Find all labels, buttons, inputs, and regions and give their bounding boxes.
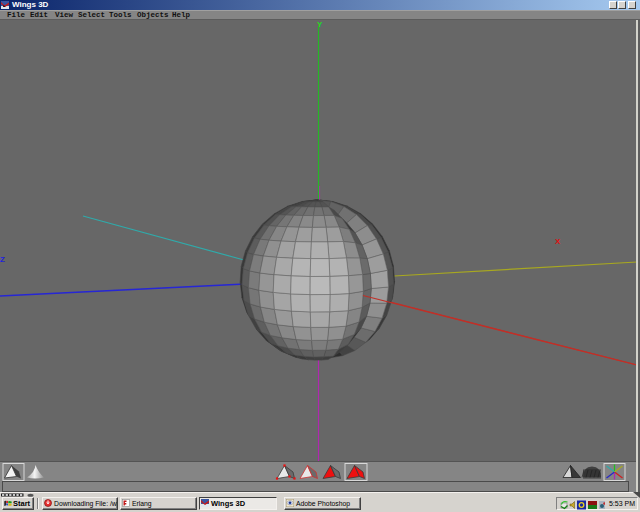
svg-text:X: X <box>555 237 561 246</box>
svg-text:Y: Y <box>317 20 323 29</box>
svg-text:Z: Z <box>0 255 5 264</box>
